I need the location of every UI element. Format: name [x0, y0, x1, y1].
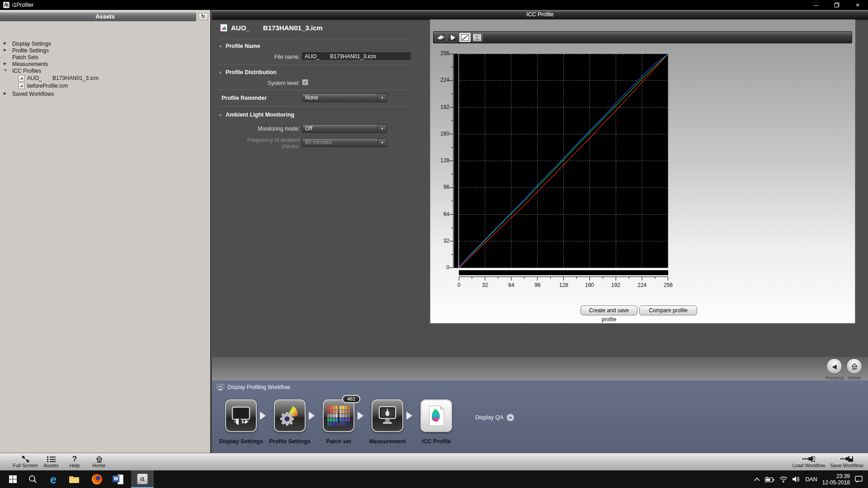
tree-item-display-settings[interactable]: ▶ Display Settings [0, 41, 12, 47]
main-panel: ICC Profile AUO_ B173HAN01_3.icm ▼Profil… [212, 10, 868, 380]
profile-reminder-dropdown[interactable]: None ▼ [302, 94, 387, 102]
image-preview-button[interactable] [472, 33, 483, 42]
y-axis-ruler [449, 54, 453, 268]
tray-chevron-icon[interactable] [754, 478, 760, 481]
start-button[interactable] [3, 470, 23, 488]
close-button[interactable]: ✕ [847, 0, 868, 10]
y-axis-tick-label: 0 [430, 264, 449, 271]
workflow-step-label: ICC Profile [410, 438, 462, 445]
dropdown-arrow-icon[interactable]: ▼ [377, 94, 387, 102]
i1profiler-taskbar-icon[interactable]: i1 [131, 470, 154, 488]
icc-profile-file-icon [19, 75, 24, 81]
word-icon: W [113, 474, 123, 484]
y-axis-tick-label: 256 [430, 50, 449, 56]
workflow-bar: Display Profiling Workflow [212, 380, 868, 453]
i1profiler-window: i1Profiler — ✕ Assets ↻ ▶ Display Settin… [0, 0, 868, 488]
workflow-step-patch-set[interactable] [323, 399, 354, 432]
word-taskbar-icon[interactable]: W [108, 470, 128, 488]
image-preview-icon [473, 34, 481, 41]
home-button[interactable] [846, 358, 862, 374]
triangle-right-icon[interactable]: ▶ [4, 48, 6, 52]
monitoring-mode-dropdown[interactable]: Off ▼ [302, 124, 387, 133]
x-axis-tick-label: 192 [607, 282, 625, 288]
file-explorer-taskbar-icon[interactable] [64, 470, 84, 488]
compare-profile-button[interactable]: Compare profile [639, 305, 697, 315]
save-workflow-button[interactable]: Save Workflow [828, 455, 865, 468]
home-icon [851, 363, 858, 370]
refresh-cell: ↻ [196, 12, 210, 21]
firefox-taskbar-icon[interactable] [87, 470, 107, 488]
workflow-step-label: Profile Settings [264, 438, 316, 445]
taskbar-clock[interactable]: 23:39 12-05-2018 [822, 473, 850, 486]
y-axis-tick-label: 64 [430, 211, 449, 217]
previous-button[interactable]: ◀ [826, 358, 842, 374]
wifi-icon[interactable] [779, 476, 788, 483]
triangle-down-icon[interactable]: ▼ [4, 68, 7, 72]
home-icon [95, 455, 103, 463]
x-axis-tick-label: 160 [580, 282, 599, 288]
language-indicator[interactable]: DAN [805, 476, 817, 483]
tree-item-measurements[interactable]: ▶ Measurements [0, 61, 12, 68]
edge-taskbar-icon[interactable]: e [43, 470, 63, 488]
x-axis-tick-label: 32 [476, 282, 494, 288]
workflow-step-display-settings[interactable] [225, 399, 257, 432]
y-axis-tick-label: 192 [430, 104, 449, 110]
create-and-save-profile-button[interactable]: Create and save profile [580, 305, 637, 315]
icc-profile-file-icon [19, 83, 24, 89]
firefox-icon [92, 474, 102, 484]
section-profile-name[interactable]: ▼Profile Name [218, 43, 260, 49]
frequency-dropdown[interactable]: 60 minutes ▼ [302, 138, 387, 147]
edge-icon: e [50, 474, 57, 485]
action-center-icon[interactable] [855, 476, 863, 483]
nav-strip: ◀ Previous Home [212, 357, 868, 380]
y-axis-gradient-bar [454, 54, 458, 268]
gamut-2d-button[interactable] [447, 33, 458, 42]
chart-toolbar [433, 31, 852, 43]
restore-button[interactable] [826, 0, 847, 10]
tree-item-patch-sets[interactable]: Patch Sets [0, 54, 12, 61]
gamut-view-button[interactable] [435, 33, 446, 42]
battery-icon[interactable] [765, 477, 774, 482]
assets-list-icon [47, 456, 56, 463]
window-controls: — ✕ [806, 0, 868, 10]
display-qa-link[interactable]: Display QA ➜ [475, 414, 514, 421]
tree-item-before-profile-file[interactable]: beforeProfile.icm [0, 83, 12, 89]
search-button[interactable] [23, 470, 42, 488]
tree-item-profile-file[interactable]: AUO_ B173HAN01_3.icm [0, 75, 12, 82]
patch-set-icon [327, 405, 350, 427]
section-ambient-light[interactable]: ▼Ambient Light Monitoring [218, 112, 294, 118]
title-bar: i1Profiler — ✕ [0, 0, 868, 10]
refresh-button[interactable]: ↻ [198, 13, 208, 20]
workflow-step-measurement[interactable] [372, 399, 403, 432]
file-name-label: File name: [230, 54, 300, 60]
triangle-right-icon[interactable]: ▶ [4, 61, 6, 66]
workflow-step-icc-profile[interactable] [420, 399, 452, 432]
tone-curve-icon [461, 34, 469, 41]
dropdown-arrow-icon[interactable]: ▼ [377, 125, 387, 132]
system-level-checkbox[interactable]: ✔ [302, 79, 308, 85]
load-workflow-button[interactable]: Load Workflow [790, 455, 827, 468]
section-profile-distribution[interactable]: ▼Profile Distribution [218, 69, 276, 75]
triangle-right-icon[interactable]: ▶ [4, 91, 6, 95]
previous-arrow-icon: ◀ [832, 363, 837, 370]
minimize-button[interactable]: — [806, 0, 826, 10]
tree-item-profile-settings[interactable]: ▶ Profile Settings [0, 47, 12, 54]
x-axis-tick-label: 96 [528, 282, 547, 288]
tone-curve-button[interactable] [459, 33, 471, 42]
speaker-icon[interactable] [793, 476, 800, 482]
tree-item-icc-profiles[interactable]: ▼ ICC Profiles [0, 68, 12, 75]
home-toolbar-button[interactable]: Home [82, 455, 116, 468]
assets-header: Assets ↻ [0, 12, 210, 21]
window-title: i1Profiler [12, 2, 33, 8]
workflow-step-label: Patch set [312, 438, 365, 445]
x-axis-gradient-bar [459, 270, 668, 275]
workflow-step-profile-settings[interactable] [274, 399, 306, 432]
triangle-right-icon[interactable]: ▶ [4, 41, 6, 45]
assets-header-label: Assets [95, 13, 115, 20]
file-name-input[interactable] [302, 52, 410, 61]
qa-arrow-icon: ➜ [507, 414, 514, 421]
tree-item-saved-workflows[interactable]: ▶ Saved Workflows [0, 91, 12, 98]
windows-taskbar: e W i1 [0, 470, 868, 488]
measurement-icon [375, 404, 400, 428]
monitor-icon [217, 384, 224, 390]
